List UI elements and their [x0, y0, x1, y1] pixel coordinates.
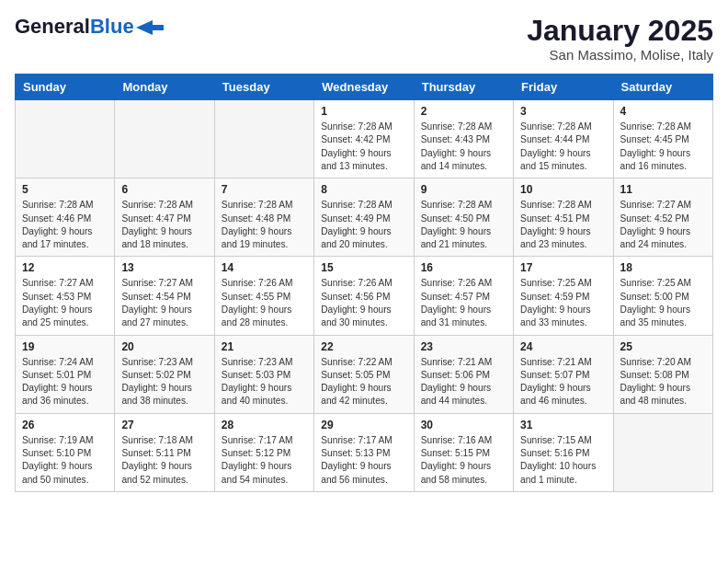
calendar-week-row: 19Sunrise: 7:24 AM Sunset: 5:01 PM Dayli… [16, 335, 713, 413]
calendar-cell: 4Sunrise: 7:28 AM Sunset: 4:45 PM Daylig… [613, 100, 712, 178]
calendar-cell: 29Sunrise: 7:17 AM Sunset: 5:13 PM Dayli… [314, 413, 414, 491]
day-info: Sunrise: 7:27 AM Sunset: 4:54 PM Dayligh… [121, 277, 207, 329]
day-info: Sunrise: 7:25 AM Sunset: 5:00 PM Dayligh… [620, 277, 706, 329]
day-number: 21 [222, 340, 307, 353]
calendar-cell: 23Sunrise: 7:21 AM Sunset: 5:06 PM Dayli… [414, 335, 513, 413]
day-info: Sunrise: 7:24 AM Sunset: 5:01 PM Dayligh… [22, 356, 108, 408]
day-info: Sunrise: 7:23 AM Sunset: 5:03 PM Dayligh… [222, 356, 307, 408]
day-number: 24 [520, 340, 606, 353]
calendar-cell: 3Sunrise: 7:28 AM Sunset: 4:44 PM Daylig… [514, 100, 613, 178]
day-info: Sunrise: 7:28 AM Sunset: 4:49 PM Dayligh… [321, 199, 406, 251]
page-header: General Blue January 2025 San Massimo, M… [15, 15, 713, 63]
logo-arrow-icon [136, 20, 164, 35]
weekday-header-thursday: Thursday [414, 75, 513, 100]
calendar-table: SundayMondayTuesdayWednesdayThursdayFrid… [15, 74, 713, 492]
title-block: January 2025 San Massimo, Molise, Italy [527, 15, 713, 63]
day-info: Sunrise: 7:19 AM Sunset: 5:10 PM Dayligh… [22, 434, 108, 487]
calendar-cell: 6Sunrise: 7:28 AM Sunset: 4:47 PM Daylig… [115, 178, 214, 257]
day-number: 13 [121, 261, 207, 274]
calendar-cell: 8Sunrise: 7:28 AM Sunset: 4:49 PM Daylig… [314, 178, 414, 257]
day-number: 17 [520, 261, 606, 274]
weekday-header-wednesday: Wednesday [314, 75, 414, 100]
calendar-cell: 13Sunrise: 7:27 AM Sunset: 4:54 PM Dayli… [115, 257, 214, 335]
calendar-cell: 16Sunrise: 7:26 AM Sunset: 4:57 PM Dayli… [414, 257, 513, 335]
weekday-header-sunday: Sunday [16, 75, 115, 100]
calendar-cell: 17Sunrise: 7:25 AM Sunset: 4:59 PM Dayli… [514, 257, 613, 335]
day-info: Sunrise: 7:16 AM Sunset: 5:15 PM Dayligh… [421, 434, 506, 487]
calendar-cell: 14Sunrise: 7:26 AM Sunset: 4:55 PM Dayli… [214, 257, 313, 335]
day-number: 26 [22, 419, 108, 431]
weekday-header-friday: Friday [514, 75, 613, 100]
day-number: 29 [321, 419, 406, 431]
day-number: 28 [222, 419, 307, 431]
day-number: 23 [421, 340, 506, 353]
day-info: Sunrise: 7:28 AM Sunset: 4:45 PM Dayligh… [620, 121, 706, 173]
location: San Massimo, Molise, Italy [527, 47, 713, 63]
day-info: Sunrise: 7:26 AM Sunset: 4:57 PM Dayligh… [421, 277, 506, 329]
calendar-cell: 2Sunrise: 7:28 AM Sunset: 4:43 PM Daylig… [414, 100, 513, 178]
calendar-cell [613, 413, 712, 491]
day-info: Sunrise: 7:23 AM Sunset: 5:02 PM Dayligh… [121, 356, 207, 408]
day-info: Sunrise: 7:26 AM Sunset: 4:56 PM Dayligh… [321, 277, 406, 329]
calendar-cell: 5Sunrise: 7:28 AM Sunset: 4:46 PM Daylig… [16, 178, 115, 257]
day-number: 2 [421, 105, 506, 118]
calendar-week-row: 1Sunrise: 7:28 AM Sunset: 4:42 PM Daylig… [16, 100, 713, 178]
day-number: 4 [620, 105, 706, 118]
calendar-cell [214, 100, 313, 178]
day-number: 31 [520, 419, 606, 431]
calendar-cell: 27Sunrise: 7:18 AM Sunset: 5:11 PM Dayli… [115, 413, 214, 491]
day-info: Sunrise: 7:15 AM Sunset: 5:16 PM Dayligh… [520, 434, 606, 487]
day-info: Sunrise: 7:21 AM Sunset: 5:06 PM Dayligh… [421, 356, 506, 408]
weekday-header-tuesday: Tuesday [214, 75, 313, 100]
day-number: 27 [121, 419, 207, 431]
day-info: Sunrise: 7:25 AM Sunset: 4:59 PM Dayligh… [520, 277, 606, 329]
day-info: Sunrise: 7:26 AM Sunset: 4:55 PM Dayligh… [222, 277, 307, 329]
day-number: 15 [321, 261, 406, 274]
day-number: 22 [321, 340, 406, 353]
day-number: 12 [22, 261, 108, 274]
calendar-cell: 12Sunrise: 7:27 AM Sunset: 4:53 PM Dayli… [16, 257, 115, 335]
calendar-week-row: 12Sunrise: 7:27 AM Sunset: 4:53 PM Dayli… [16, 257, 713, 335]
day-number: 6 [121, 183, 207, 196]
day-info: Sunrise: 7:21 AM Sunset: 5:07 PM Dayligh… [520, 356, 606, 408]
day-info: Sunrise: 7:28 AM Sunset: 4:50 PM Dayligh… [421, 199, 506, 251]
weekday-header-saturday: Saturday [613, 75, 712, 100]
day-info: Sunrise: 7:18 AM Sunset: 5:11 PM Dayligh… [121, 434, 207, 487]
calendar-cell: 10Sunrise: 7:28 AM Sunset: 4:51 PM Dayli… [514, 178, 613, 257]
calendar-cell: 31Sunrise: 7:15 AM Sunset: 5:16 PM Dayli… [514, 413, 613, 491]
calendar-cell: 15Sunrise: 7:26 AM Sunset: 4:56 PM Dayli… [314, 257, 414, 335]
day-info: Sunrise: 7:27 AM Sunset: 4:52 PM Dayligh… [620, 199, 706, 251]
calendar-header-row: SundayMondayTuesdayWednesdayThursdayFrid… [16, 75, 713, 100]
day-info: Sunrise: 7:27 AM Sunset: 4:53 PM Dayligh… [22, 277, 108, 329]
calendar-cell [16, 100, 115, 178]
calendar-cell: 25Sunrise: 7:20 AM Sunset: 5:08 PM Dayli… [613, 335, 712, 413]
calendar-week-row: 26Sunrise: 7:19 AM Sunset: 5:10 PM Dayli… [16, 413, 713, 491]
calendar-cell: 28Sunrise: 7:17 AM Sunset: 5:12 PM Dayli… [214, 413, 313, 491]
day-number: 11 [620, 183, 706, 196]
day-number: 20 [121, 340, 207, 353]
logo: General Blue [15, 15, 164, 39]
weekday-header-monday: Monday [115, 75, 214, 100]
day-number: 19 [22, 340, 108, 353]
logo-general: General [15, 15, 90, 39]
day-info: Sunrise: 7:17 AM Sunset: 5:12 PM Dayligh… [222, 434, 307, 487]
calendar-cell: 19Sunrise: 7:24 AM Sunset: 5:01 PM Dayli… [16, 335, 115, 413]
calendar-cell: 11Sunrise: 7:27 AM Sunset: 4:52 PM Dayli… [613, 178, 712, 257]
calendar-cell: 22Sunrise: 7:22 AM Sunset: 5:05 PM Dayli… [314, 335, 414, 413]
day-number: 9 [421, 183, 506, 196]
day-info: Sunrise: 7:20 AM Sunset: 5:08 PM Dayligh… [620, 356, 706, 408]
day-number: 30 [421, 419, 506, 431]
calendar-cell: 24Sunrise: 7:21 AM Sunset: 5:07 PM Dayli… [514, 335, 613, 413]
calendar-cell: 1Sunrise: 7:28 AM Sunset: 4:42 PM Daylig… [314, 100, 414, 178]
svg-marker-0 [136, 20, 164, 35]
day-info: Sunrise: 7:28 AM Sunset: 4:47 PM Dayligh… [121, 199, 207, 251]
day-number: 1 [321, 105, 406, 118]
day-info: Sunrise: 7:28 AM Sunset: 4:44 PM Dayligh… [520, 121, 606, 173]
calendar-cell [115, 100, 214, 178]
month-title: January 2025 [527, 15, 713, 47]
day-number: 16 [421, 261, 506, 274]
day-number: 5 [22, 183, 108, 196]
day-info: Sunrise: 7:28 AM Sunset: 4:46 PM Dayligh… [22, 199, 108, 251]
calendar-cell: 21Sunrise: 7:23 AM Sunset: 5:03 PM Dayli… [214, 335, 313, 413]
day-info: Sunrise: 7:22 AM Sunset: 5:05 PM Dayligh… [321, 356, 406, 408]
